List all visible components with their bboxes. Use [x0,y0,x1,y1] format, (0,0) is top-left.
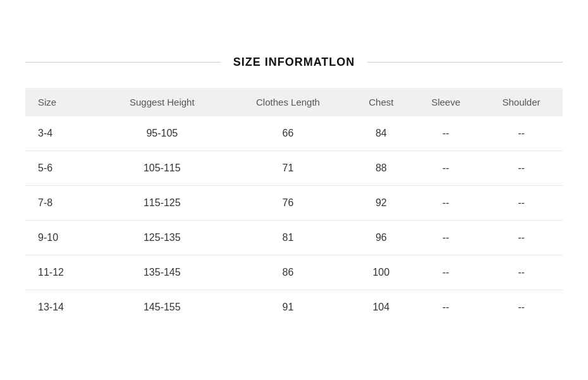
cell-chest: 88 [350,151,412,186]
cell-chest: 100 [350,255,412,290]
table-body: 3-495-1056684----5-6105-1157188----7-811… [25,116,563,324]
page-container: SIZE INFORMATLON Size Suggest Height Clo… [0,43,588,337]
cell-size: 9-10 [25,221,99,255]
cell-height: 105-115 [99,151,226,186]
cell-shoulder: -- [480,186,563,221]
cell-height: 125-135 [99,221,226,255]
table-header: Size Suggest Height Clothes Length Chest… [25,88,563,116]
cell-length: 66 [226,116,351,151]
cell-shoulder: -- [480,151,563,186]
cell-chest: 96 [350,221,412,255]
title-line-right [367,62,563,63]
header-height: Suggest Height [99,88,226,116]
title-section: SIZE INFORMATLON [25,56,563,69]
cell-height: 145-155 [99,290,226,325]
cell-sleeve: -- [412,290,480,325]
size-table: Size Suggest Height Clothes Length Chest… [25,88,563,324]
header-shoulder: Shoulder [480,88,563,116]
cell-height: 135-145 [99,255,226,290]
table-row: 5-6105-1157188---- [25,151,563,186]
cell-height: 115-125 [99,186,226,221]
cell-shoulder: -- [480,116,563,151]
header-chest: Chest [350,88,412,116]
cell-sleeve: -- [412,151,480,186]
cell-length: 71 [226,151,351,186]
header-sleeve: Sleeve [412,88,480,116]
cell-sleeve: -- [412,116,480,151]
cell-length: 86 [226,255,351,290]
header-size: Size [25,88,99,116]
cell-shoulder: -- [480,255,563,290]
cell-chest: 92 [350,186,412,221]
cell-shoulder: -- [480,221,563,255]
header-length: Clothes Length [226,88,351,116]
table-row: 3-495-1056684---- [25,116,563,151]
cell-chest: 84 [350,116,412,151]
header-row: Size Suggest Height Clothes Length Chest… [25,88,563,116]
cell-size: 3-4 [25,116,99,151]
cell-length: 76 [226,186,351,221]
cell-sleeve: -- [412,255,480,290]
cell-height: 95-105 [99,116,226,151]
table-row: 9-10125-1358196---- [25,221,563,255]
cell-sleeve: -- [412,186,480,221]
table-row: 7-8115-1257692---- [25,186,563,221]
cell-size: 7-8 [25,186,99,221]
table-row: 13-14145-15591104---- [25,290,563,325]
cell-shoulder: -- [480,290,563,325]
cell-size: 11-12 [25,255,99,290]
cell-chest: 104 [350,290,412,325]
cell-size: 13-14 [25,290,99,325]
table-row: 11-12135-14586100---- [25,255,563,290]
cell-length: 81 [226,221,351,255]
cell-length: 91 [226,290,351,325]
page-title: SIZE INFORMATLON [221,56,368,69]
cell-size: 5-6 [25,151,99,186]
title-line-left [25,62,221,63]
cell-sleeve: -- [412,221,480,255]
